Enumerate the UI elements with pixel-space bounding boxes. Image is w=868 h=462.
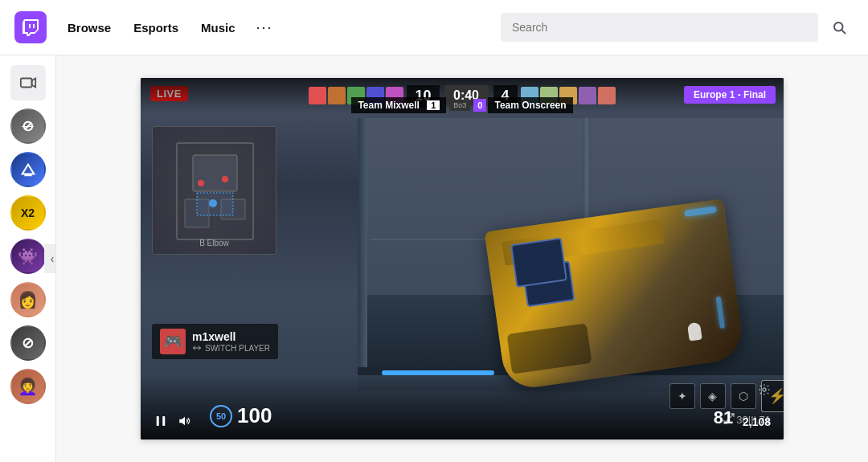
- hud-bottom: 50 100 ✦ ◈ ⬡ ⚡ ◇ ▷ 81 30|||.71: [141, 375, 784, 440]
- search-icon: [832, 20, 846, 35]
- nav-more[interactable]: ···: [256, 19, 273, 36]
- bo3-badge: Bo3: [449, 100, 470, 111]
- health-display: 50 100: [210, 403, 272, 428]
- svg-rect-2: [20, 79, 31, 88]
- nav-esports[interactable]: Esports: [132, 18, 180, 38]
- switch-icon: [192, 343, 202, 353]
- content-area: LIVE: [56, 55, 868, 462]
- chevron-left-icon: ‹: [51, 252, 55, 265]
- health-value: 100: [237, 403, 272, 428]
- team2-score: 0: [473, 99, 486, 112]
- event-label: Europe 1 - Final: [684, 86, 776, 104]
- volume-icon: [178, 414, 192, 428]
- ability-slot-3[interactable]: ⬡: [731, 383, 756, 409]
- sidebar-item-channel-4[interactable]: 👾: [10, 239, 46, 274]
- svg-point-10: [198, 180, 204, 186]
- pause-icon: [154, 414, 168, 428]
- weapon-display: [485, 198, 746, 391]
- fullscreen-icon: [723, 412, 735, 425]
- svg-line-18: [730, 414, 734, 418]
- sidebar-item-channel-1[interactable]: ⊘: [10, 108, 46, 144]
- player-avatar: 🎮: [160, 329, 186, 354]
- svg-point-17: [763, 388, 766, 391]
- twitch-logo[interactable]: [14, 11, 47, 43]
- pause-button[interactable]: [154, 414, 168, 428]
- svg-line-1: [841, 30, 845, 33]
- team2-info: 0 Team Onscreen: [473, 97, 572, 113]
- sidebar-item-channel-7[interactable]: 👩‍🦱: [10, 369, 46, 404]
- ability-slot-1[interactable]: ✦: [669, 383, 695, 409]
- map-location-label: B Elbow: [199, 239, 229, 247]
- camera-icon: [19, 74, 37, 92]
- player-name-label: m1xwell: [192, 330, 270, 343]
- team1-score: 1: [427, 100, 440, 110]
- fullscreen-button[interactable]: [723, 412, 735, 428]
- sidebar-item-channel-6[interactable]: ⊘: [10, 325, 46, 361]
- team1-name: Team Mixwell 1: [351, 97, 446, 113]
- shield-value: 50: [210, 405, 232, 427]
- svg-marker-3: [31, 79, 35, 88]
- ability-slot-2[interactable]: ◈: [700, 383, 726, 409]
- search-input[interactable]: [501, 13, 818, 42]
- sidebar: ⊘ X2 👾 👩 ⊘ 👩‍🦱 ‹: [0, 55, 56, 462]
- sidebar-item-channel-2[interactable]: [10, 152, 46, 187]
- player-role-label: SWITCH PLAYER: [205, 344, 270, 353]
- video-player[interactable]: LIVE: [141, 78, 784, 440]
- svg-line-19: [724, 419, 728, 423]
- player-details: m1xwell SWITCH PLAYER: [192, 330, 270, 353]
- svg-point-11: [222, 176, 228, 182]
- svg-rect-15: [162, 416, 165, 426]
- following-icon-btn[interactable]: [10, 65, 46, 100]
- nav-music[interactable]: Music: [199, 18, 237, 38]
- nav-browse[interactable]: Browse: [66, 18, 113, 38]
- team2-name: Team Onscreen: [488, 97, 572, 113]
- header: Browse Esports Music ···: [0, 0, 868, 55]
- minimap-inner: B Elbow: [153, 127, 276, 254]
- svg-rect-12: [197, 193, 233, 215]
- search-button[interactable]: [825, 13, 854, 42]
- settings-icon: [758, 383, 771, 396]
- sidebar-item-channel-3[interactable]: X2: [10, 195, 46, 231]
- credits-display: 2,108: [743, 415, 771, 428]
- volume-button[interactable]: [178, 414, 192, 428]
- minimap: B Elbow: [152, 126, 276, 255]
- search-area: [501, 13, 854, 42]
- svg-marker-16: [179, 417, 185, 426]
- sidebar-item-channel-5[interactable]: 👩: [10, 282, 46, 317]
- sidebar-collapse-button[interactable]: ‹: [44, 244, 56, 273]
- player-info: 🎮 m1xwell SWITCH PLAYER: [152, 324, 278, 359]
- settings-button[interactable]: [758, 383, 771, 399]
- svg-rect-14: [157, 416, 159, 426]
- main-area: ⊘ X2 👾 👩 ⊘ 👩‍🦱 ‹: [0, 55, 868, 462]
